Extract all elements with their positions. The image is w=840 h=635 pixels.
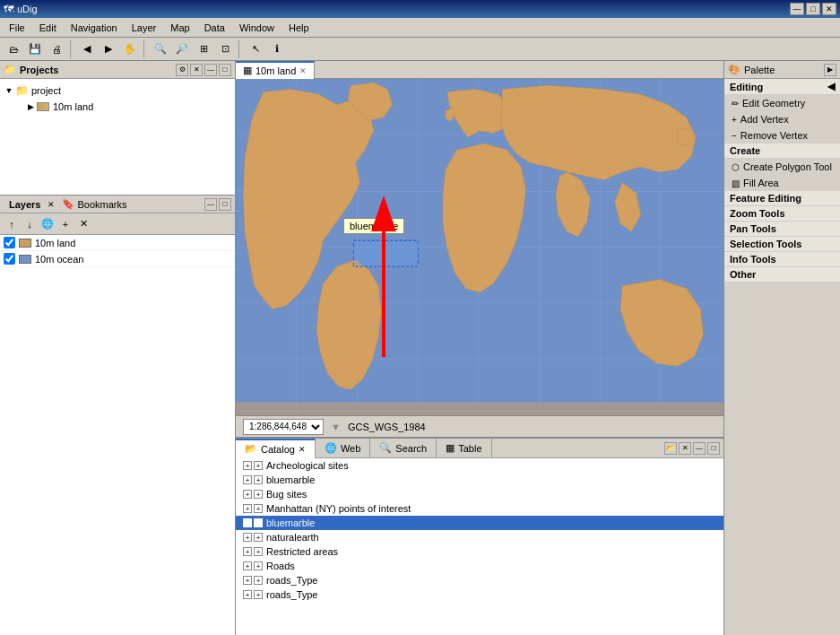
- cat-expand-archeological-2[interactable]: +: [254, 461, 263, 470]
- back-button[interactable]: ◀: [77, 39, 97, 59]
- cat-item-roads[interactable]: + + Roads: [236, 559, 723, 573]
- cat-item-restricted[interactable]: + + Restricted areas: [236, 544, 723, 559]
- cat-item-manhattan[interactable]: + + Manhattan (NY) points of interest: [236, 501, 723, 516]
- catalog-minimize-button[interactable]: —: [693, 442, 706, 455]
- cat-expand-bug-2[interactable]: +: [254, 490, 263, 499]
- info-button[interactable]: ℹ: [267, 39, 287, 59]
- maximize-button[interactable]: □: [806, 3, 820, 15]
- layer-row-ocean[interactable]: 10m ocean: [0, 251, 235, 267]
- forward-button[interactable]: ▶: [99, 39, 118, 59]
- cat-item-bug-sites[interactable]: + + Bug sites: [236, 487, 723, 501]
- layer-row-land[interactable]: 10m land: [0, 235, 235, 251]
- cat-expand-roads-type-1-2[interactable]: +: [254, 576, 263, 585]
- project-root[interactable]: ▼ 📁 project: [0, 83, 235, 99]
- catalog-tab-close[interactable]: ✕: [299, 445, 306, 454]
- menu-edit[interactable]: Edit: [32, 21, 64, 35]
- menu-file[interactable]: File: [2, 21, 32, 35]
- palette-section-create[interactable]: Create: [724, 144, 840, 159]
- cat-expand-roads-type-2[interactable]: +: [243, 590, 252, 599]
- layer-globe-button[interactable]: 🌐: [39, 216, 56, 232]
- catalog-tab-search[interactable]: 🔍 Search: [370, 439, 437, 458]
- cat-expand-manhattan[interactable]: +: [243, 504, 252, 513]
- palette-create-polygon[interactable]: ⬡ Create Polygon Tool: [724, 159, 840, 175]
- map-canvas[interactable]: bluemarble: [236, 79, 723, 415]
- menu-window[interactable]: Window: [232, 21, 281, 35]
- map-tab-10m-land[interactable]: ▦ 10m land ✕: [236, 61, 315, 79]
- cat-item-naturalearth[interactable]: + + naturalearth: [236, 530, 723, 544]
- close-button[interactable]: ✕: [822, 3, 836, 15]
- cat-expand-roads-type-1[interactable]: +: [243, 576, 252, 585]
- projects-settings-button[interactable]: ⚙: [176, 64, 188, 76]
- cat-expand-roads-2[interactable]: +: [254, 561, 263, 570]
- menu-help[interactable]: Help: [281, 21, 316, 35]
- cat-expand-restricted-2[interactable]: +: [254, 547, 263, 556]
- cat-expand-roads-type-2-2[interactable]: +: [254, 590, 263, 599]
- cat-expand-naturalearth-2[interactable]: +: [254, 533, 263, 542]
- layers-tab[interactable]: Layers: [4, 195, 46, 214]
- layer-down-button[interactable]: ↓: [22, 216, 38, 232]
- palette-fill-area[interactable]: ▧ Fill Area: [724, 175, 840, 191]
- select-button[interactable]: ↖: [246, 39, 265, 59]
- minimize-button[interactable]: —: [790, 3, 804, 15]
- menu-navigation[interactable]: Navigation: [64, 21, 125, 35]
- map-tab-close[interactable]: ✕: [299, 66, 307, 75]
- catalog-delete-button[interactable]: ✕: [679, 442, 691, 455]
- zoom-fit-button[interactable]: ⊞: [194, 39, 213, 59]
- cat-item-bluemarble-selected[interactable]: + + bluemarble: [236, 516, 723, 530]
- catalog-maximize-button[interactable]: □: [707, 442, 720, 455]
- menu-layer[interactable]: Layer: [125, 21, 164, 35]
- expand-project[interactable]: ▼: [4, 85, 14, 96]
- expand-10m-land[interactable]: ▶: [25, 101, 36, 112]
- catalog-open-button[interactable]: 📂: [664, 442, 677, 455]
- catalog-tab-catalog[interactable]: 📂 Catalog ✕: [236, 439, 316, 458]
- zoom-extent-button[interactable]: ⊡: [215, 39, 235, 59]
- palette-section-zoom-tools[interactable]: Zoom Tools: [724, 206, 840, 222]
- layers-minimize-button[interactable]: —: [204, 198, 217, 211]
- cat-item-bluemarble-1[interactable]: + + bluemarble: [236, 473, 723, 487]
- layer-add-button[interactable]: +: [57, 216, 74, 232]
- new-button[interactable]: 🗁: [4, 39, 23, 59]
- cat-expand-roads[interactable]: +: [243, 561, 252, 570]
- menu-map[interactable]: Map: [163, 21, 196, 35]
- palette-edit-geometry[interactable]: ✏ Edit Geometry: [724, 95, 840, 111]
- bookmarks-tab[interactable]: 🔖 Bookmarks: [56, 195, 132, 214]
- menu-data[interactable]: Data: [197, 21, 232, 35]
- cat-item-roads-type-2[interactable]: + + roads_Type: [236, 587, 723, 602]
- cat-expand-naturalearth[interactable]: +: [243, 533, 252, 542]
- layer-remove-button[interactable]: ✕: [75, 216, 91, 232]
- palette-remove-vertex[interactable]: − Remove Vertex: [724, 127, 840, 144]
- save-button[interactable]: 💾: [25, 39, 45, 59]
- layers-tab-close[interactable]: ✕: [48, 200, 55, 209]
- print-button[interactable]: 🖨: [47, 39, 66, 59]
- catalog-tab-table[interactable]: ▦ Table: [437, 439, 491, 458]
- scale-select[interactable]: 1:286,844,648: [243, 419, 324, 435]
- layer-land-checkbox[interactable]: [4, 237, 15, 248]
- palette-section-other[interactable]: Other: [724, 267, 840, 283]
- pan-button[interactable]: ✋: [120, 39, 140, 59]
- cat-expand-bug[interactable]: +: [243, 490, 252, 499]
- palette-section-info-tools[interactable]: Info Tools: [724, 252, 840, 267]
- cat-expand-restricted[interactable]: +: [243, 547, 252, 556]
- project-10m-land[interactable]: ▶ 10m land: [0, 99, 235, 115]
- cat-expand-archeological[interactable]: +: [243, 461, 252, 470]
- cat-expand-bluemarble-1[interactable]: +: [243, 475, 252, 484]
- cat-expand-manhattan-2[interactable]: +: [254, 504, 263, 513]
- layer-ocean-checkbox[interactable]: [4, 253, 15, 265]
- projects-maximize-button[interactable]: □: [219, 64, 231, 76]
- zoom-in-button[interactable]: 🔍: [151, 39, 170, 59]
- layers-maximize-button[interactable]: □: [219, 198, 231, 211]
- catalog-tab-web[interactable]: 🌐 Web: [316, 439, 370, 458]
- projects-close-button[interactable]: ✕: [190, 64, 203, 76]
- layer-up-button[interactable]: ↑: [4, 216, 20, 232]
- cat-item-archeological[interactable]: + + Archeological sites: [236, 458, 723, 473]
- cat-expand-bluemarble-sel-2[interactable]: +: [254, 518, 263, 527]
- zoom-out-button[interactable]: 🔎: [172, 39, 192, 59]
- palette-add-vertex[interactable]: + Add Vertex: [724, 111, 840, 127]
- palette-expand-button[interactable]: ▶: [824, 64, 836, 76]
- palette-section-feature-editing[interactable]: Feature Editing: [724, 191, 840, 206]
- palette-section-selection-tools[interactable]: Selection Tools: [724, 237, 840, 252]
- palette-section-editing[interactable]: Editing ◀: [724, 79, 840, 95]
- palette-section-pan-tools[interactable]: Pan Tools: [724, 222, 840, 237]
- projects-minimize-button[interactable]: —: [204, 64, 217, 76]
- catalog-content[interactable]: + + Archeological sites + + bluemarble +…: [236, 458, 723, 635]
